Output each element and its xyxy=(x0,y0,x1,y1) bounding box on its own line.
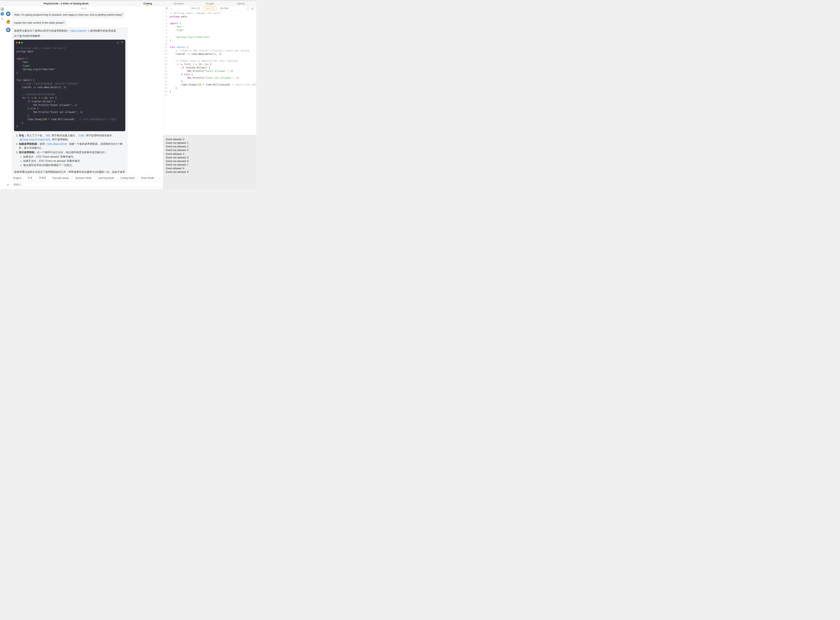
text: 用于处理时间相关操作， xyxy=(85,134,114,137)
output-panel: Event allowed: 0Event not allowed: 1Even… xyxy=(163,135,256,189)
editor-line: fmt.Println("Event allowed:", i) xyxy=(170,69,256,73)
list-item: 如果不允许，打印 "Event not allowed" 和事件编号。 xyxy=(23,159,125,163)
chat-scroll[interactable]: Hello, I'm golang programming AI assista… xyxy=(5,11,163,174)
message-bubble: Hello, I'm golang programming AI assista… xyxy=(12,11,125,18)
item-title: 创建速率限制器： xyxy=(19,143,40,145)
check-icon[interactable]: ✓ xyxy=(246,7,250,10)
line-number: 15 xyxy=(164,59,167,63)
bot-avatar xyxy=(6,28,11,32)
chevron-left-icon[interactable]: ‹ xyxy=(6,176,10,180)
inline-code: fmt xyxy=(45,134,51,137)
editor-line: fmt.Println("Event not allowed:", i) xyxy=(170,76,256,80)
code-token: limiter.Allow() { xyxy=(30,100,55,103)
text: 用于格式化输入输出， xyxy=(51,134,78,137)
code-token: import xyxy=(17,57,25,60)
code-token: } xyxy=(17,125,18,128)
chip-coding-mode[interactable]: Coding Mode xyxy=(118,176,137,180)
code-token: , i) xyxy=(78,111,83,114)
user-avatar: 🙋 xyxy=(6,20,11,24)
editor-line: // Simple loop to demonstrate rate limit… xyxy=(170,59,256,63)
line-number: 10 xyxy=(164,42,167,46)
chat-input[interactable] xyxy=(11,182,161,187)
inline-code: golang.org/x/time/rate xyxy=(19,138,51,141)
chip-learning-mode[interactable]: Learning Mode xyxy=(95,176,117,180)
line-number: 5 xyxy=(164,25,167,29)
settings-icon[interactable] xyxy=(165,7,168,10)
code-token: i := xyxy=(26,96,35,99)
mode-chips-row: ‹ English 中文 日本語 Русский (язык) Question… xyxy=(5,174,163,182)
chip-japanese[interactable]: 日本語 xyxy=(36,175,49,181)
line-number: 13 xyxy=(164,53,167,56)
code-token: "time" xyxy=(17,65,30,67)
line-number: 12 xyxy=(164,49,167,53)
toggle-panel-icon[interactable]: ⇄ xyxy=(6,183,10,186)
line-number: 18 xyxy=(164,69,167,73)
chevron-right-icon[interactable]: › xyxy=(170,7,173,10)
code-token: if xyxy=(17,100,30,103)
tab-question[interactable]: Question xyxy=(163,1,194,6)
editor-line: } xyxy=(170,90,256,93)
code-token: else xyxy=(30,107,36,110)
header-tabs: Coding Question Google Agents xyxy=(132,1,256,6)
output-line: Event allowed: 4 xyxy=(166,152,254,156)
code-token: 250 xyxy=(43,118,47,121)
line-number: 17 xyxy=(164,66,167,69)
text: 该程序主要演示了使用Go语言中的速率限制器 ( xyxy=(14,29,69,32)
list-item: 创建速率限制器：使用 rate.NewLimiter 创建一个新的速率限制器，设… xyxy=(19,142,125,150)
explain-intro2: 以下是代码的详细解释： xyxy=(14,34,125,38)
editor-line: } xyxy=(170,87,256,90)
code-body: // Writing codes, changes the world pack… xyxy=(14,46,125,131)
code-token: "Event not allowed:" xyxy=(50,111,77,114)
tab-agents[interactable]: Agents xyxy=(225,1,256,6)
code-editor[interactable]: 1234567891011121314151617181920212223242… xyxy=(163,11,256,135)
editor-line xyxy=(170,32,256,35)
editor-line: package main xyxy=(170,15,256,18)
output-line: Event allowed: 8 xyxy=(166,167,254,170)
output-line: Event allowed: 0 xyxy=(166,138,254,141)
line-number: 3 xyxy=(164,18,167,22)
version-tab-godev[interactable]: Go-Dev xyxy=(218,6,230,11)
line-number: 9 xyxy=(164,39,167,42)
code-area[interactable]: // Writing codes, changes the worldpacka… xyxy=(169,11,256,135)
chip-question-mode[interactable]: Question Mode xyxy=(73,176,94,180)
chevron-right-icon[interactable]: › xyxy=(158,176,161,180)
chip-exam-mode[interactable]: Exam Mode xyxy=(138,176,156,180)
output-line: Event not allowed: 3 xyxy=(166,148,254,152)
line-number: 11 xyxy=(164,46,167,49)
line-number: 7 xyxy=(164,32,167,35)
line-gutter: 1234567891011121314151617181920212223242… xyxy=(163,11,169,135)
tab-coding[interactable]: Coding xyxy=(132,1,163,6)
item-title: 导包： xyxy=(19,134,27,137)
version-tab-go121[interactable]: Go-1.21 xyxy=(189,6,202,11)
header: PlayGoCode - A Killer of Golang Book Cod… xyxy=(0,1,256,6)
bot-avatar xyxy=(6,12,11,16)
list-item: 每次循环后等待250毫秒再继续下一次迭代。 xyxy=(23,163,125,167)
dot-min-icon xyxy=(19,42,20,44)
line-number: 6 xyxy=(164,29,167,32)
sidebar-avatar-2[interactable] xyxy=(0,12,4,16)
line-number: 21 xyxy=(164,80,167,83)
svg-rect-1 xyxy=(7,13,9,15)
chip-chinese[interactable]: 中文 xyxy=(25,175,35,181)
code-token: ; i < xyxy=(36,96,44,99)
svg-rect-4 xyxy=(8,13,9,14)
editor-line: } xyxy=(170,80,256,83)
explain-outro: 该程序通过这种方式演示了速率限制如何工作，即即使事件发生频率为250毫秒一次，但… xyxy=(14,170,125,174)
code-token: () { xyxy=(29,79,35,81)
version-tab-go122[interactable]: Go-1.22 xyxy=(204,6,216,11)
sidebar-avatar-1[interactable] xyxy=(0,7,4,11)
code-block-header: go xyxy=(14,40,125,46)
editor-line: } else { xyxy=(170,73,256,76)
code-block: go // Writing codes, changes the world p… xyxy=(14,40,125,131)
copy-icon[interactable] xyxy=(121,41,123,44)
chip-english[interactable]: English xyxy=(11,176,24,180)
code-token: fmt.Println( xyxy=(17,111,50,114)
editor-line xyxy=(170,56,256,59)
code-token: ; i++ { xyxy=(47,96,56,99)
code-token: 1 xyxy=(59,86,61,89)
chip-russian[interactable]: Русский (язык) xyxy=(50,176,71,180)
history-icon[interactable] xyxy=(1,17,4,20)
run-icon[interactable]: ▶ xyxy=(251,7,254,10)
tab-google[interactable]: Google xyxy=(194,1,225,6)
output-line: Event not allowed: 2 xyxy=(166,145,254,148)
